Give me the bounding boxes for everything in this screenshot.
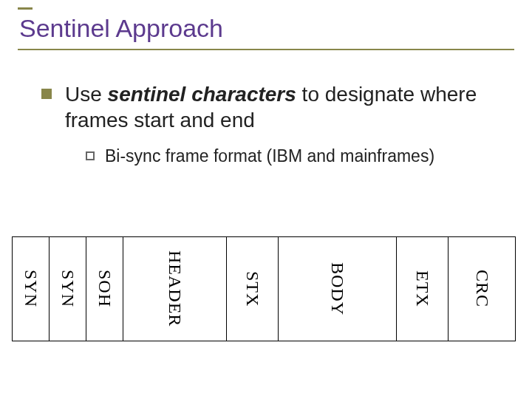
title-accent-mark — [18, 7, 33, 10]
bullet-level-1: Use sentinel characters to designate whe… — [41, 81, 510, 133]
frame-cell: SOH — [86, 237, 123, 341]
frame-cell-label: BODY — [327, 262, 347, 316]
bullet-pre: Use — [65, 83, 108, 106]
slide-title: Sentinel Approach — [18, 14, 514, 49]
bullet-level-2: Bi-sync frame format (IBM and mainframes… — [86, 146, 510, 166]
frame-cell-label: SYN — [21, 270, 41, 307]
bullet-emphasis: sentinel characters — [108, 83, 296, 106]
content-area: Use sentinel characters to designate whe… — [41, 81, 510, 166]
hollow-bullet-icon — [86, 151, 95, 160]
title-underline — [18, 49, 514, 50]
frame-cell-label: SYN — [58, 270, 78, 307]
bullet-text: Use sentinel characters to designate whe… — [65, 81, 510, 133]
square-bullet-icon — [41, 89, 52, 99]
frame-cell-label: CRC — [472, 270, 492, 307]
frame-cell: BODY — [279, 237, 397, 341]
sub-bullet-text: Bi-sync frame format (IBM and mainframes… — [105, 146, 434, 166]
frame-cell: SYN — [13, 237, 50, 341]
slide-title-block: Sentinel Approach — [18, 7, 514, 50]
frame-cell-label: HEADER — [165, 250, 185, 327]
frame-cell: SYN — [50, 237, 86, 341]
frame-cell-label: ETX — [412, 270, 432, 307]
frame-format-diagram: SYNSYNSOHHEADERSTXBODYETXCRC — [12, 236, 516, 341]
frame-cell: ETX — [397, 237, 449, 341]
frame-cell: STX — [227, 237, 279, 341]
frame-cell-label: STX — [242, 271, 262, 307]
frame-cell: HEADER — [123, 237, 227, 341]
frame-cell-label: SOH — [95, 270, 115, 307]
frame-cell: CRC — [449, 237, 515, 341]
